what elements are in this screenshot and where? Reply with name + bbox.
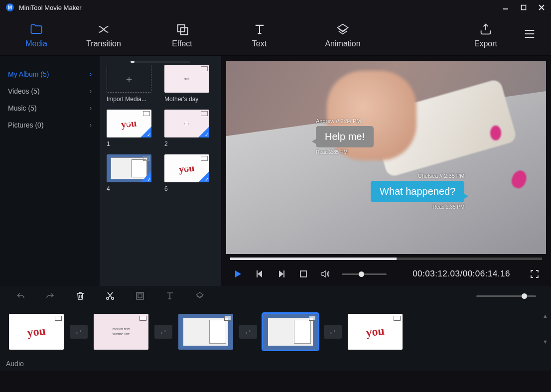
timeline-clip[interactable] <box>263 314 318 350</box>
thumbnail: you <box>164 154 209 182</box>
tab-media-label: Media <box>25 39 47 48</box>
chat-message: Chelsea // 2:35 PM What happened? Read 2… <box>371 173 464 210</box>
export-label: Export <box>474 39 497 48</box>
media-label: Mother's day <box>164 96 209 103</box>
timeline-clip[interactable]: motion textsubtitle line <box>94 314 148 350</box>
scroll-indicator[interactable] <box>131 61 190 63</box>
thumbnail: text <box>164 110 209 137</box>
preview-panel: Andrew // 2:34 PM Help me! Read 2:35 PM … <box>221 56 551 286</box>
tab-media[interactable]: Media <box>9 20 64 50</box>
sidebar-item-my-album[interactable]: My Album (5) › <box>0 66 100 83</box>
scroll-down-icon[interactable]: ▼ <box>543 339 548 345</box>
sidebar-item-videos[interactable]: Videos (5) › <box>0 83 100 100</box>
media-item[interactable]: 4 <box>107 154 156 192</box>
maximize-icon[interactable] <box>520 4 527 11</box>
play-button[interactable] <box>232 268 243 279</box>
redo-button[interactable] <box>45 290 56 301</box>
main-tabs: Media Transition Effect Text Animation E… <box>0 15 551 56</box>
tab-text-label: Text <box>252 39 267 48</box>
chat-meta: Chelsea // 2:35 PM <box>371 173 464 179</box>
sidebar: My Album (5) › Videos (5) › Music (5) › … <box>0 56 100 286</box>
progress-bar[interactable] <box>226 255 546 262</box>
sidebar-item-pictures[interactable]: Pictures (0) › <box>0 117 100 133</box>
svg-rect-13 <box>138 294 142 298</box>
timeline-clip[interactable]: you <box>9 314 64 350</box>
scroll-up-icon[interactable]: ▲ <box>543 313 548 319</box>
crop-button[interactable] <box>135 290 145 301</box>
import-media-button[interactable]: ＋ Import Media... <box>107 65 156 103</box>
svg-rect-12 <box>137 292 143 299</box>
media-item[interactable]: you 6 <box>164 154 214 192</box>
chevron-right-icon: › <box>90 88 92 95</box>
delete-button[interactable] <box>75 290 86 301</box>
sidebar-item-label: Music (5) <box>8 104 37 112</box>
close-icon[interactable] <box>538 4 545 11</box>
audio-track-label: Audio <box>6 360 24 368</box>
tab-transition-label: Transition <box>86 39 121 48</box>
split-button[interactable] <box>105 290 116 301</box>
tab-animation-label: Animation <box>325 39 360 48</box>
svg-rect-5 <box>180 27 187 34</box>
svg-rect-1 <box>522 5 526 10</box>
sidebar-item-music[interactable]: Music (5) › <box>0 100 100 117</box>
playback-controls: 00:03:12.03/00:06:14.16 <box>226 262 546 286</box>
chevron-right-icon: › <box>90 105 92 112</box>
media-label: 1 <box>107 140 151 147</box>
next-frame-button[interactable] <box>276 268 287 279</box>
transition-slot[interactable]: ⇄ <box>324 325 342 339</box>
media-label: 6 <box>164 185 209 192</box>
chat-bubble: Help me! <box>316 126 374 147</box>
svg-rect-4 <box>177 24 184 31</box>
app-logo-icon: M <box>6 3 14 11</box>
thumbnail: text <box>164 65 209 93</box>
import-media-label: Import Media... <box>107 96 151 103</box>
transition-slot[interactable]: ⇄ <box>239 325 257 339</box>
chat-message: Andrew // 2:34 PM Help me! Read 2:35 PM <box>316 118 374 155</box>
tab-transition[interactable]: Transition <box>64 20 143 50</box>
timeline: you ⇄ motion textsubtitle line ⇄ ⇄ ⇄ you… <box>0 306 551 371</box>
tab-animation[interactable]: Animation <box>298 20 388 50</box>
timeline-clip[interactable] <box>178 314 233 350</box>
timeline-toolbar <box>0 286 551 306</box>
chevron-right-icon: › <box>90 71 92 78</box>
media-label: 2 <box>164 140 209 147</box>
timeline-clip[interactable]: you <box>348 314 403 350</box>
thumbnail: you <box>107 110 151 137</box>
preview-video[interactable]: Andrew // 2:34 PM Help me! Read 2:35 PM … <box>226 61 546 254</box>
chat-read: Read 2:35 PM <box>371 204 464 210</box>
media-panel: ＋ Import Media... text Mother's day you … <box>100 56 221 286</box>
fullscreen-button[interactable] <box>529 268 540 279</box>
volume-icon[interactable] <box>320 268 331 279</box>
media-item[interactable]: you 1 <box>107 110 156 147</box>
svg-point-10 <box>107 297 109 299</box>
transition-slot[interactable]: ⇄ <box>154 325 172 339</box>
zoom-slider[interactable] <box>476 295 536 297</box>
chat-meta: Andrew // 2:34 PM <box>316 118 374 124</box>
video-track[interactable]: you ⇄ motion textsubtitle line ⇄ ⇄ ⇄ you <box>9 312 542 352</box>
prev-frame-button[interactable] <box>254 268 265 279</box>
stop-button[interactable] <box>298 268 309 279</box>
volume-slider[interactable] <box>342 273 387 275</box>
sidebar-item-label: Videos (5) <box>8 87 40 95</box>
sidebar-item-label: My Album (5) <box>8 70 49 78</box>
transition-slot[interactable]: ⇄ <box>70 325 88 339</box>
animation-tool-button[interactable] <box>194 290 205 301</box>
svg-point-11 <box>112 297 114 299</box>
thumbnail <box>107 154 151 182</box>
media-item[interactable]: text 2 <box>164 110 214 147</box>
media-item[interactable]: text Mother's day <box>164 65 214 103</box>
menu-button[interactable] <box>517 25 542 46</box>
sidebar-item-label: Pictures (0) <box>8 121 44 129</box>
media-label: 4 <box>107 185 151 192</box>
text-tool-button[interactable] <box>164 290 175 301</box>
svg-rect-9 <box>300 271 306 277</box>
app-title: MiniTool Movie Maker <box>19 4 502 11</box>
tab-effect[interactable]: Effect <box>143 20 221 50</box>
tab-text[interactable]: Text <box>221 20 298 50</box>
minimize-icon[interactable] <box>502 4 509 11</box>
chat-bubble: What happened? <box>371 181 464 202</box>
chat-read: Read 2:35 PM <box>316 149 374 155</box>
export-button[interactable]: Export <box>469 20 502 50</box>
timecode: 00:03:12.03/00:06:14.16 <box>413 269 510 279</box>
undo-button[interactable] <box>15 290 26 301</box>
